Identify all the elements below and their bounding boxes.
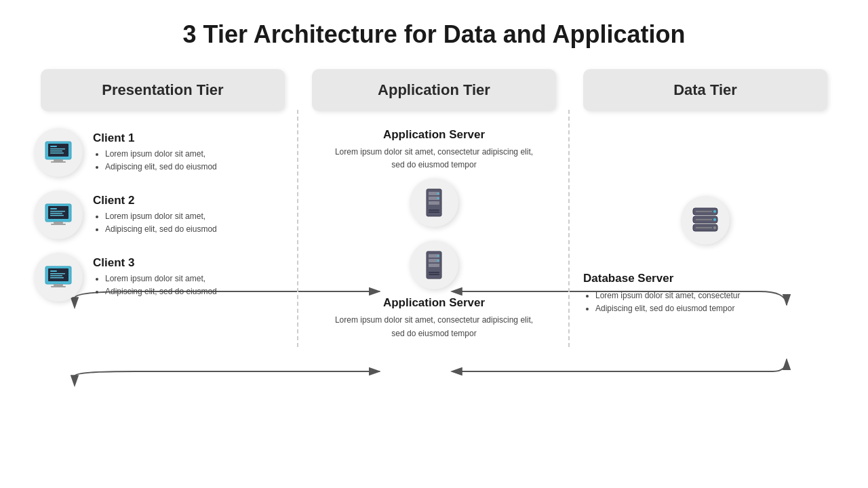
client-1-bullet-2: Adipiscing elit, sed do eiusmod: [105, 161, 217, 174]
svg-point-31: [437, 197, 439, 199]
svg-rect-5: [51, 161, 66, 163]
svg-rect-34: [429, 211, 439, 213]
client-1-item: Client 1 Lorem ipsum dolor sit amet, Adi…: [34, 128, 292, 177]
database-icon: [681, 196, 730, 245]
svg-rect-33: [429, 209, 439, 211]
database-bullet-1: Lorem ipsum dolor sit amet, consectetur: [595, 289, 827, 302]
client-1-icon: [34, 128, 83, 177]
svg-rect-25: [50, 277, 64, 279]
client-3-name: Client 3: [93, 256, 217, 270]
database-server-name: Database Server: [583, 272, 827, 285]
app-server-1-desc: Lorem ipsum dolor sit amet, consectetur …: [312, 146, 556, 171]
application-tier-header: Application Tier: [312, 69, 556, 111]
svg-rect-13: [51, 224, 66, 225]
client-2-text: Client 2 Lorem ipsum dolor sit amet, Adi…: [93, 194, 217, 236]
client-1-text: Client 1 Lorem ipsum dolor sit amet, Adi…: [93, 131, 217, 174]
svg-rect-17: [50, 215, 64, 216]
svg-rect-23: [50, 273, 65, 274]
svg-rect-21: [51, 286, 66, 287]
app-server-1-name: Application Server: [312, 128, 556, 142]
svg-rect-16: [50, 213, 62, 214]
svg-rect-4: [54, 159, 63, 161]
svg-rect-9: [50, 152, 64, 154]
svg-point-51: [713, 218, 716, 221]
svg-rect-19: [48, 268, 68, 281]
svg-point-32: [437, 202, 439, 204]
svg-rect-8: [50, 150, 62, 152]
app-server-1-block: Application Server Lorem ipsum dolor sit…: [312, 128, 556, 171]
svg-point-41: [437, 264, 439, 266]
svg-rect-6: [50, 146, 57, 147]
svg-point-52: [713, 226, 716, 229]
client-2-item: Client 2 Lorem ipsum dolor sit amet, Adi…: [34, 190, 292, 239]
database-server-bullets: Lorem ipsum dolor sit amet, consectetur …: [583, 289, 827, 315]
svg-rect-7: [50, 148, 65, 150]
svg-rect-22: [50, 270, 57, 272]
svg-point-39: [437, 255, 439, 257]
client-2-bullet-1: Lorem ipsum dolor sit amet,: [105, 210, 217, 223]
presentation-tier-column: Presentation Tier: [27, 69, 298, 347]
svg-rect-20: [54, 284, 63, 286]
svg-point-40: [437, 260, 439, 262]
data-tier-column: Data Tier: [570, 69, 841, 347]
svg-rect-3: [48, 144, 68, 157]
svg-rect-42: [429, 272, 439, 273]
client-3-icon: [34, 253, 83, 302]
client-2-name: Client 2: [93, 194, 217, 207]
columns-container: Presentation Tier: [27, 69, 841, 347]
client-3-item: Client 3 Lorem ipsum dolor sit amet, Adi…: [34, 253, 292, 302]
application-tier-column: Application Tier Application Server Lore…: [298, 69, 570, 347]
svg-rect-11: [48, 206, 68, 219]
client-2-icon: [34, 190, 83, 239]
client-3-bullet-1: Lorem ipsum dolor sit amet,: [105, 272, 217, 285]
app-server-1-icon: [410, 178, 458, 227]
svg-rect-24: [50, 275, 62, 277]
svg-rect-43: [429, 274, 439, 275]
app-server-2-desc: Lorem ipsum dolor sit amet, consectetur …: [312, 314, 556, 340]
slide-title: 3 Tier Architecture for Data and Applica…: [27, 20, 841, 49]
data-tier-header: Data Tier: [583, 69, 827, 111]
client-3-bullet-2: Adipiscing elit, sed do eiusmod: [105, 285, 217, 298]
svg-rect-14: [50, 208, 57, 209]
database-bullet-2: Adipiscing elit, sed do eiusmod tempor: [595, 302, 827, 315]
client-2-bullet-2: Adipiscing elit, sed do eiusmod: [105, 223, 217, 236]
app-server-2-block: Application Server Lorem ipsum dolor sit…: [312, 296, 556, 340]
app-server-2-icon: [410, 241, 458, 289]
client-1-bullet-1: Lorem ipsum dolor sit amet,: [105, 148, 217, 161]
database-server-block: Database Server Lorem ipsum dolor sit am…: [583, 272, 827, 315]
client-3-text: Client 3 Lorem ipsum dolor sit amet, Adi…: [93, 256, 217, 298]
app-server-2-name: Application Server: [312, 296, 556, 310]
svg-rect-15: [50, 211, 65, 212]
svg-point-50: [713, 210, 716, 213]
client-1-bullets: Lorem ipsum dolor sit amet, Adipiscing e…: [93, 148, 217, 174]
slide: 3 Tier Architecture for Data and Applica…: [0, 0, 868, 488]
client-2-bullets: Lorem ipsum dolor sit amet, Adipiscing e…: [93, 210, 217, 236]
client-1-name: Client 1: [93, 131, 217, 145]
client-3-bullets: Lorem ipsum dolor sit amet, Adipiscing e…: [93, 272, 217, 298]
svg-point-30: [437, 192, 439, 195]
svg-rect-12: [54, 222, 63, 224]
presentation-tier-header: Presentation Tier: [41, 69, 285, 111]
